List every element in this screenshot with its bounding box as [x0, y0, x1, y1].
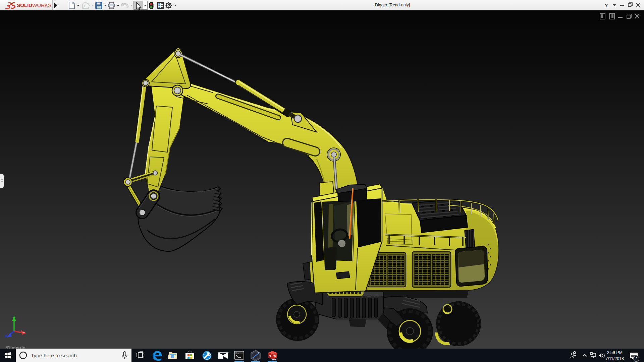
svg-text:7/11/2018: 7/11/2018: [605, 356, 624, 361]
svg-text:*Dimetric: *Dimetric: [5, 345, 25, 349]
svg-text:S: S: [269, 354, 271, 358]
svg-text:Type here to search: Type here to search: [31, 353, 77, 358]
svg-text:2017: 2017: [272, 358, 278, 361]
svg-text:C:\: C:\: [235, 352, 239, 354]
svg-text:W: W: [273, 354, 276, 357]
svg-text:?: ?: [605, 2, 608, 8]
svg-text:SOLIDWORKS: SOLIDWORKS: [17, 2, 51, 8]
svg-text:2:59 PM: 2:59 PM: [607, 350, 623, 355]
svg-text:2: 2: [635, 357, 638, 361]
